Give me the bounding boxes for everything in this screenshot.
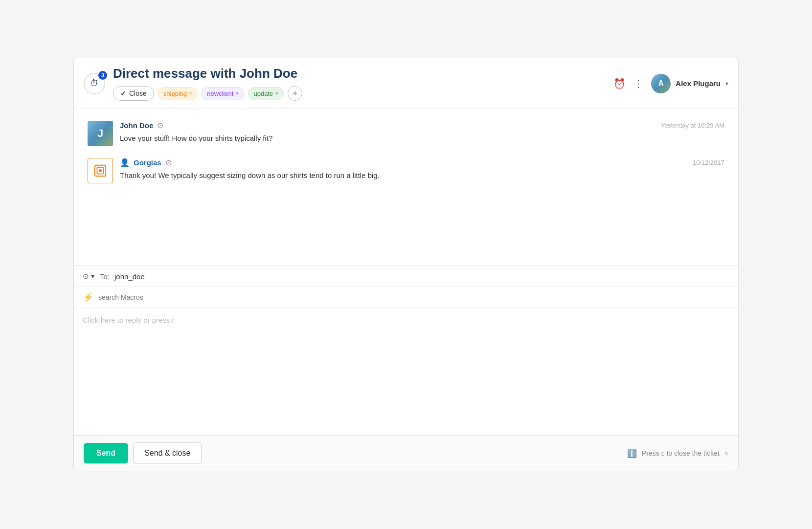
alarm-button[interactable]: ⏰ xyxy=(613,78,626,89)
message-sender: John Doe ⊙ xyxy=(120,121,163,130)
agent-icon: 👤 xyxy=(120,158,130,167)
message-time: Yesterday at 10:29 AM xyxy=(661,122,724,129)
chevron-down-icon: ▾ xyxy=(725,80,728,87)
footer: Send Send & close ℹ️ Press c to close th… xyxy=(74,435,738,471)
tag-update[interactable]: update × xyxy=(248,87,284,100)
clock-icon: ⏱ xyxy=(90,78,99,88)
user-info[interactable]: A Alex Plugaru ▾ xyxy=(651,74,728,93)
tag-newclient-label: newclient xyxy=(207,90,233,97)
tag-update-remove[interactable]: × xyxy=(275,90,278,97)
tag-update-label: update xyxy=(253,90,273,97)
tag-shipping-label: shipping xyxy=(163,90,187,97)
send-button[interactable]: Send xyxy=(84,443,128,463)
tag-shipping[interactable]: shipping × xyxy=(158,87,198,100)
avatar: J xyxy=(88,121,113,146)
to-label: To: xyxy=(100,272,110,281)
messages-area: J John Doe ⊙ Yesterday at 10:29 AM Love … xyxy=(74,109,738,265)
user-name: Alex Plugaru xyxy=(676,79,721,88)
channel-chevron-icon: ▾ xyxy=(91,272,95,281)
header-left: ⏱ 3 Direct message with John Doe ✓ Close… xyxy=(84,66,613,101)
message-row: J John Doe ⊙ Yesterday at 10:29 AM Love … xyxy=(88,121,724,146)
footer-actions: Send Send & close xyxy=(84,442,202,464)
more-options-button[interactable]: ⋮ xyxy=(633,78,643,89)
send-and-close-button[interactable]: Send & close xyxy=(133,442,202,464)
notification-button[interactable]: ⏱ 3 xyxy=(84,73,105,94)
sender-channel-icon[interactable]: ⊙ xyxy=(157,121,163,130)
avatar: A xyxy=(651,74,671,93)
close-tag-label: Close xyxy=(129,89,147,97)
message-header: 👤 Gorgias ⊙ 10/12/2017 xyxy=(120,158,724,167)
composer-macros-row: ⚡ xyxy=(74,287,738,308)
message-header: John Doe ⊙ Yesterday at 10:29 AM xyxy=(120,121,724,130)
sender-name: John Doe xyxy=(120,121,153,130)
add-tag-button[interactable]: + xyxy=(288,86,302,101)
header-right: ⏰ ⋮ A Alex Plugaru ▾ xyxy=(613,74,728,93)
footer-hint: ℹ️ Press c to close the ticket × xyxy=(627,449,728,458)
notification-badge: 3 xyxy=(98,71,107,80)
message-text: Thank you! We typically suggest sizing d… xyxy=(120,170,724,181)
tag-newclient-remove[interactable]: × xyxy=(235,90,239,97)
page-title: Direct message with John Doe xyxy=(113,66,302,81)
macro-icon: ⚡ xyxy=(83,292,93,303)
composer: ⊙ ▾ To: john_doe ⚡ Click here to reply o… xyxy=(74,265,738,435)
info-icon: ℹ️ xyxy=(627,449,637,458)
sender-name: Gorgias xyxy=(134,158,161,167)
tag-shipping-remove[interactable]: × xyxy=(189,90,192,97)
message-body: John Doe ⊙ Yesterday at 10:29 AM Love yo… xyxy=(120,121,724,144)
svg-rect-2 xyxy=(99,169,102,172)
composer-body[interactable]: Click here to reply or press r xyxy=(74,308,738,435)
close-tag-button[interactable]: ✓ Close xyxy=(113,86,154,101)
composer-to-row: ⊙ ▾ To: john_doe xyxy=(74,266,738,287)
gorgias-avatar xyxy=(88,158,113,183)
message-body: 👤 Gorgias ⊙ 10/12/2017 Thank you! We typ… xyxy=(120,158,724,181)
channel-selector-button[interactable]: ⊙ ▾ xyxy=(83,272,95,281)
hint-close-button[interactable]: × xyxy=(724,449,728,457)
message-time: 10/12/2017 xyxy=(693,159,724,166)
check-icon: ✓ xyxy=(120,89,126,97)
hint-text: Press c to close the ticket xyxy=(642,449,720,457)
to-value: john_doe xyxy=(114,272,145,281)
plus-icon: + xyxy=(293,88,298,99)
reply-placeholder: Click here to reply or press r xyxy=(83,316,175,324)
tags-area: ✓ Close shipping × newclient × update × xyxy=(113,86,302,101)
sender-channel-icon[interactable]: ⊙ xyxy=(165,158,172,167)
channel-icon: ⊙ xyxy=(83,272,89,281)
message-sender: 👤 Gorgias ⊙ xyxy=(120,158,172,167)
message-row: 👤 Gorgias ⊙ 10/12/2017 Thank you! We typ… xyxy=(88,158,724,183)
message-text: Love your stuff! How do your shirts typi… xyxy=(120,133,724,144)
tag-newclient[interactable]: newclient × xyxy=(202,87,244,100)
macro-search-input[interactable] xyxy=(98,293,729,301)
header: ⏱ 3 Direct message with John Doe ✓ Close… xyxy=(74,58,738,109)
